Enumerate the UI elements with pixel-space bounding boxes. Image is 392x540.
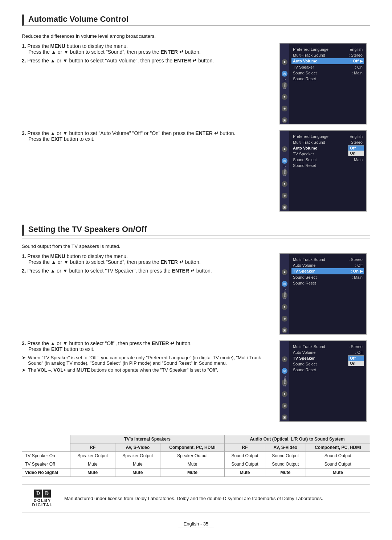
dropdown-tv-on: On bbox=[348, 361, 364, 366]
sidebar-icon-3-2: ◎ bbox=[282, 281, 287, 287]
s2-step3-num: 3. bbox=[22, 340, 26, 346]
section2-step3-area: 3. Press the ▲ or ▼ button to select "Of… bbox=[22, 340, 370, 422]
cell-on-av1: Speaker Output bbox=[115, 452, 160, 460]
cell-on-rf2: Sound Output bbox=[225, 452, 265, 460]
note2-text: The VOL –, VOL+ and MUTE buttons do not … bbox=[28, 367, 218, 373]
sidebar-icon-3-6: ▣ bbox=[282, 327, 287, 333]
step3-exit: Press the EXIT button to exit. bbox=[28, 136, 94, 142]
sidebar-icon-4: ✦ bbox=[282, 94, 287, 100]
section2-step3: 3. Press the ▲ or ▼ button to select "Of… bbox=[22, 340, 272, 352]
sidebar-icon-3-1: ■ bbox=[282, 269, 287, 275]
dropdown-off: Off bbox=[348, 146, 364, 151]
sidebar-icons-2: ■ ◎ ♪ ✦ ◈ ▣ bbox=[282, 145, 287, 211]
sidebar-icon-2-5: ◈ bbox=[282, 193, 287, 199]
col-av-1: AV, S-Video bbox=[115, 443, 160, 452]
section1-steps-col: 1. Press the MENU button to display the … bbox=[22, 43, 272, 124]
s2-step1-sub: Press the ▲ or ▼ button to select "Sound… bbox=[28, 259, 201, 265]
sidebar-icon-3-5: ◈ bbox=[282, 316, 287, 322]
cell-off-av1: Mute bbox=[115, 460, 160, 469]
menu-row4-multitrack: Multi-Track Sound: Stereo bbox=[291, 344, 364, 349]
menu-row-soundreset: Sound Reset bbox=[291, 76, 364, 82]
menu-row-preferred: Preferred LanguageEnglish bbox=[291, 46, 364, 52]
step1-num: 1. bbox=[22, 43, 26, 49]
cell-off-rf1: Mute bbox=[70, 460, 115, 469]
menu-row4-soundreset: Sound Reset bbox=[291, 367, 364, 373]
section2-step2: 2. Press the ▲ or ▼ button to select "TV… bbox=[22, 268, 272, 274]
section2-step1: 1. Press the MENU button to display the … bbox=[22, 253, 272, 265]
cell-on-comp2: Sound Output bbox=[306, 452, 370, 460]
sidebar-icon-4-4: ✦ bbox=[282, 391, 287, 397]
step1-sub: Press the ▲ or ▼ button to select "Sound… bbox=[28, 49, 201, 55]
s2-step3-exit: Press the EXIT button to exit. bbox=[28, 346, 94, 352]
cell-on-av2: Sound Output bbox=[265, 452, 306, 460]
row-label-on: TV Speaker On bbox=[22, 452, 70, 460]
cell-on-comp1: Speaker Output bbox=[160, 452, 224, 460]
s2-step2-text: Press the ▲ or ▼ button to select "TV Sp… bbox=[28, 268, 212, 274]
menu-row3-soundreset: Sound Reset bbox=[291, 280, 364, 286]
section1-title: Automatic Volume Control bbox=[22, 15, 370, 26]
menu-row3-autovolume: Auto Volume: Off bbox=[291, 262, 364, 268]
menu-box-2: Sound ■ ◎ ♪ ✦ ◈ ▣ Preferred LanguageEngl… bbox=[279, 130, 367, 212]
dropdown-tv-off: Off bbox=[348, 356, 364, 361]
cell-ns-av1: Mute bbox=[115, 469, 160, 477]
menu-row-multitrack: Multi-Track Sound: Stereo bbox=[291, 52, 364, 58]
col-rf-1: RF bbox=[70, 443, 115, 452]
table-row-speaker-on: TV Speaker On Speaker Output Speaker Out… bbox=[22, 452, 370, 460]
row-label-off: TV Speaker Off bbox=[22, 460, 70, 469]
s2-step1-num: 1. bbox=[22, 253, 26, 259]
sidebar-icon-4-2: ◎ bbox=[282, 368, 287, 374]
cell-off-rf2: Sound Output bbox=[225, 460, 265, 469]
menu-row2-preferred: Preferred LanguageEnglish bbox=[291, 134, 364, 139]
menu-sidebar-4: Sound ■ ◎ ♪ ✦ ◈ ▣ bbox=[280, 341, 289, 421]
sidebar-icon-1: ■ bbox=[282, 59, 287, 65]
note1-arrow: ➤ bbox=[22, 355, 26, 366]
cell-ns-comp1: Mute bbox=[160, 469, 224, 477]
menu-row3-soundselect: Sound Select: Main bbox=[291, 274, 364, 280]
section-auto-volume: Automatic Volume Control Reduces the dif… bbox=[22, 15, 370, 212]
dolby-logo: D D DOLBY DIGITAL bbox=[28, 490, 57, 507]
footer-box: English - 35 bbox=[177, 520, 216, 528]
menu-row3-multitrack: Multi-Track Sound: Stereo bbox=[291, 257, 364, 262]
dolby-text: Manufactured under license from Dolby La… bbox=[64, 496, 323, 501]
sidebar-icon-2-4: ✦ bbox=[282, 181, 287, 187]
section1-step3-area: 3. Press the ▲ or ▼ button to set "Auto … bbox=[22, 130, 370, 212]
section2-menu1-img: Sound ■ ◎ ♪ ✦ ◈ ▣ Multi-Track Sound: Ste… bbox=[279, 253, 370, 335]
menu-row4-tvspeaker: TV Speaker Off On bbox=[291, 355, 364, 361]
menu-row3-tvspeaker-hl: TV Speaker: On ▶ bbox=[291, 268, 364, 274]
step3-num: 3. bbox=[22, 130, 26, 136]
menu-row4-autovolume: Auto Volume: Off bbox=[291, 349, 364, 355]
sidebar-icon-5: ◈ bbox=[282, 106, 287, 111]
step3-text-content: Press the ▲ or ▼ button to set "Auto Vol… bbox=[28, 130, 236, 136]
menu-sidebar-1: Sound ■ ◎ ♪ ✦ ◈ ▣ bbox=[280, 44, 289, 124]
dolby-d1: D bbox=[34, 490, 42, 498]
section1-step2: 2. Press the ▲ or ▼ button to select "Au… bbox=[22, 58, 272, 64]
dropdown-on: On bbox=[348, 151, 364, 156]
note1-text: When "TV Speaker" is set to "Off", you c… bbox=[28, 355, 272, 366]
note2: ➤ The VOL –, VOL+ and MUTE buttons do no… bbox=[22, 367, 272, 373]
section1-steps-row: 1. Press the MENU button to display the … bbox=[22, 43, 370, 124]
note2-arrow: ➤ bbox=[22, 367, 26, 373]
row-label-nosignal: Video No Signal bbox=[22, 469, 70, 477]
sidebar-sound-label-4: Sound bbox=[283, 375, 286, 386]
cell-off-comp1: Mute bbox=[160, 460, 224, 469]
sidebar-sound-label-1: Sound bbox=[283, 78, 286, 89]
menu-row2-soundreset: Sound Reset bbox=[291, 163, 364, 168]
sidebar-icon-2-6: ▣ bbox=[282, 204, 287, 210]
table-row-speaker-off: TV Speaker Off Mute Mute Mute Sound Outp… bbox=[22, 460, 370, 469]
menu-row-autovolume-hl: Auto Volume: Off ▶ bbox=[291, 58, 364, 64]
sidebar-sound-label-2: Sound bbox=[283, 165, 286, 176]
table-row-no-signal: Video No Signal Mute Mute Mute Mute Mute… bbox=[22, 469, 370, 477]
table-header-internal: TV's Internal Speakers bbox=[70, 435, 224, 443]
section2-steps-row: 1. Press the MENU button to display the … bbox=[22, 253, 370, 335]
sidebar-icon-2-1: ■ bbox=[282, 146, 287, 152]
sidebar-icon-3-4: ✦ bbox=[282, 304, 287, 310]
section1-step1: 1. Press the MENU button to display the … bbox=[22, 43, 272, 55]
col-av-2: AV, S-Video bbox=[265, 443, 306, 452]
menu-row2-soundselect: Sound SelectMain bbox=[291, 157, 364, 163]
section2-intro: Sound output from the TV speakers is mut… bbox=[22, 244, 370, 249]
col-comp-1: Component, PC, HDMI bbox=[160, 443, 224, 452]
table-header-audio-out: Audio Out (Optical, L/R Out) to Sound Sy… bbox=[225, 435, 370, 443]
sidebar-icon-4-5: ◈ bbox=[282, 403, 287, 409]
cell-ns-av2: Mute bbox=[265, 469, 306, 477]
col-comp-2: Component, PC, HDMI bbox=[306, 443, 370, 452]
